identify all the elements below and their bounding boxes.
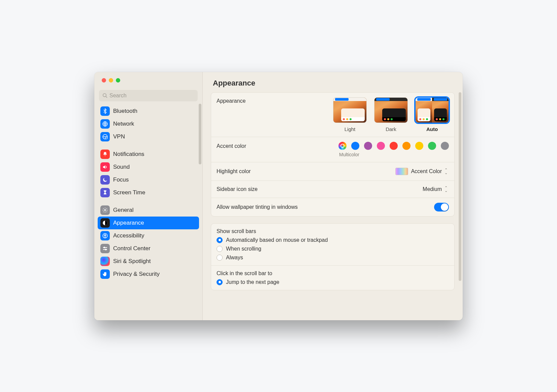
sidebar-item-label: General <box>113 207 133 214</box>
accent-color-green[interactable] <box>428 142 436 150</box>
system-settings-window: Bluetooth Network VPN Notifications <box>94 72 463 320</box>
sidebar-item-label: Focus <box>113 176 129 183</box>
sidebar-item-label: VPN <box>113 133 125 140</box>
chevron-updown-icon: ⌃⌄ <box>445 186 448 192</box>
globe-icon <box>100 119 110 129</box>
zoom-window-button[interactable] <box>116 78 120 83</box>
gear-icon <box>100 205 110 215</box>
radio-label: When scrolling <box>226 246 261 252</box>
svg-point-5 <box>104 209 106 211</box>
appearance-mode-label: Appearance <box>217 97 328 104</box>
radio-label: Jump to the next page <box>226 279 279 285</box>
svg-point-0 <box>103 94 106 97</box>
scrollbars-option-when-scrolling[interactable]: When scrolling <box>217 246 328 252</box>
highlight-color-label: Highlight color <box>217 168 389 174</box>
accent-color-label: Accent color <box>217 142 333 149</box>
sidebar-item-bluetooth[interactable]: Bluetooth <box>98 105 199 118</box>
accent-color-yellow[interactable] <box>415 142 423 150</box>
sidebar-item-sound[interactable]: Sound <box>98 161 199 173</box>
accessibility-icon <box>100 231 110 240</box>
accent-color-blue[interactable] <box>351 142 359 150</box>
sidebar-item-label: Privacy & Security <box>113 271 160 277</box>
highlight-color-value: Accent Color <box>411 168 442 174</box>
moon-icon <box>100 175 110 185</box>
click-scrollbar-option-next-page[interactable]: Jump to the next page <box>217 279 279 285</box>
sidebar-item-screen-time[interactable]: Screen Time <box>98 186 199 199</box>
radio-label: Automatically based on mouse or trackpad <box>226 237 328 243</box>
radio-icon <box>217 255 223 261</box>
sidebar-item-appearance[interactable]: Appearance <box>98 217 199 229</box>
accent-color-pink[interactable] <box>377 142 385 150</box>
window-controls <box>94 72 202 83</box>
svg-point-10 <box>104 247 105 248</box>
highlight-color-swatch <box>395 168 408 175</box>
wallpaper-tinting-toggle[interactable] <box>434 203 449 211</box>
search-field[interactable] <box>99 90 198 101</box>
sidebar-item-label: Screen Time <box>113 189 145 196</box>
svg-point-8 <box>105 234 105 235</box>
scrollbars-option-always[interactable]: Always <box>217 255 328 261</box>
appearance-option-auto-label: Auto <box>426 126 438 132</box>
sidebar-item-label: Appearance <box>113 220 144 226</box>
sidebar-item-network[interactable]: Network <box>98 118 199 130</box>
bluetooth-icon <box>100 106 110 116</box>
appearance-card: Appearance Light <box>211 92 455 217</box>
appearance-option-light-label: Light <box>345 126 356 132</box>
sidebar-item-focus[interactable]: Focus <box>98 173 199 186</box>
appearance-option-dark-label: Dark <box>386 126 396 132</box>
hand-icon <box>100 269 110 279</box>
sidebar-item-accessibility[interactable]: Accessibility <box>98 229 199 242</box>
appearance-mode-row: Appearance Light <box>211 93 454 137</box>
scrollbars-card: Show scroll bars Automatically based on … <box>211 223 455 290</box>
accent-color-row: Accent color Mul <box>211 137 454 162</box>
sidebar-item-label: Siri & Spotlight <box>113 258 151 265</box>
search-input[interactable] <box>109 93 194 99</box>
page-title: Appearance <box>203 72 463 92</box>
wallpaper-tinting-label: Allow wallpaper tinting in windows <box>217 204 429 210</box>
sidebar-scrollbar[interactable] <box>199 104 201 164</box>
highlight-color-row: Highlight color Accent Color ⌃⌄ <box>211 162 454 181</box>
highlight-color-select[interactable]: Accent Color ⌃⌄ <box>394 167 449 176</box>
sidebar-item-label: Control Center <box>113 245 151 252</box>
sidebar-item-general[interactable]: General <box>98 204 199 217</box>
vpn-icon <box>100 132 110 141</box>
appearance-option-light[interactable] <box>333 97 367 123</box>
sidebar-item-vpn[interactable]: VPN <box>98 130 199 143</box>
sidebar-item-label: Network <box>113 121 134 127</box>
scrollbars-option-auto[interactable]: Automatically based on mouse or trackpad <box>217 237 328 243</box>
svg-point-12 <box>105 249 106 250</box>
sidebar-item-notifications[interactable]: Notifications <box>98 148 199 161</box>
sliders-icon <box>100 244 110 253</box>
sidebar-item-siri-spotlight[interactable]: Siri & Spotlight <box>98 255 199 268</box>
sidebar-icon-size-select[interactable]: Medium ⌃⌄ <box>421 186 449 193</box>
radio-icon <box>217 279 223 285</box>
appearance-icon <box>100 218 110 228</box>
sidebar-icon-size-label: Sidebar icon size <box>217 186 416 192</box>
accent-color-graphite[interactable] <box>441 142 449 150</box>
main-scrollbar[interactable] <box>459 92 461 281</box>
sidebar-item-control-center[interactable]: Control Center <box>98 242 199 255</box>
siri-icon <box>100 257 110 266</box>
hourglass-icon <box>100 188 110 197</box>
sidebar-item-privacy-security[interactable]: Privacy & Security <box>98 268 199 281</box>
accent-color-caption: Multicolor <box>339 152 359 157</box>
appearance-option-auto[interactable] <box>415 97 449 123</box>
accent-color-purple[interactable] <box>364 142 372 150</box>
search-icon <box>102 93 107 98</box>
show-scrollbars-label: Show scroll bars <box>211 224 454 235</box>
speaker-icon <box>100 162 110 172</box>
accent-color-red[interactable] <box>390 142 398 150</box>
click-scrollbar-label: Click in the scroll bar to <box>211 266 454 277</box>
sidebar-item-label: Accessibility <box>113 232 144 239</box>
minimize-window-button[interactable] <box>109 78 113 83</box>
appearance-option-dark[interactable] <box>374 97 408 123</box>
sidebar: Bluetooth Network VPN Notifications <box>94 72 203 320</box>
sidebar-icon-size-row: Sidebar icon size Medium ⌃⌄ <box>211 181 454 198</box>
close-window-button[interactable] <box>102 78 106 83</box>
wallpaper-tinting-row: Allow wallpaper tinting in windows <box>211 198 454 216</box>
radio-icon <box>217 237 223 243</box>
accent-color-multicolor[interactable] <box>338 142 347 150</box>
accent-color-options <box>338 142 449 150</box>
chevron-updown-icon: ⌃⌄ <box>445 168 448 174</box>
accent-color-orange[interactable] <box>402 142 411 150</box>
